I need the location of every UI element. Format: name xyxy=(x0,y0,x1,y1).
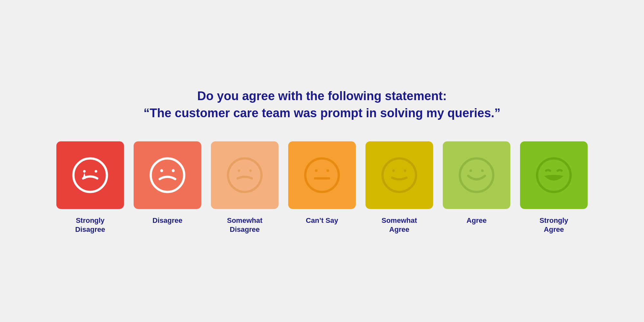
option-box-somewhat-disagree[interactable] xyxy=(211,141,279,209)
svg-point-17 xyxy=(469,169,472,172)
svg-point-5 xyxy=(172,169,175,172)
option-box-disagree[interactable] xyxy=(134,141,201,209)
svg-point-4 xyxy=(160,169,163,172)
svg-point-13 xyxy=(383,158,416,192)
question-line2: “The customer care team was prompt in so… xyxy=(144,105,501,122)
option-label-strongly-agree: Strongly Agree xyxy=(539,216,568,234)
svg-point-18 xyxy=(481,169,484,172)
question-block: Do you agree with the following statemen… xyxy=(144,88,501,122)
option-item-somewhat-disagree[interactable]: Somewhat Disagree xyxy=(209,141,280,234)
option-item-strongly-agree[interactable]: Strongly Agree xyxy=(518,141,589,234)
options-row: Strongly Disagree Disagree Somewhat Disa… xyxy=(55,141,589,234)
option-box-cant-say[interactable] xyxy=(288,141,356,209)
svg-point-10 xyxy=(315,169,317,172)
option-item-disagree[interactable]: Disagree xyxy=(132,141,203,225)
svg-point-11 xyxy=(327,169,329,172)
svg-point-14 xyxy=(392,169,395,172)
option-box-strongly-agree[interactable] xyxy=(520,141,588,209)
option-label-agree: Agree xyxy=(467,216,487,225)
option-item-strongly-disagree[interactable]: Strongly Disagree xyxy=(55,141,126,234)
option-box-somewhat-agree[interactable] xyxy=(365,141,433,209)
svg-point-15 xyxy=(404,169,406,172)
question-line1: Do you agree with the following statemen… xyxy=(144,88,501,105)
option-box-agree[interactable] xyxy=(443,141,510,209)
svg-point-3 xyxy=(151,158,184,192)
question-title: Do you agree with the following statemen… xyxy=(144,88,501,122)
svg-point-1 xyxy=(83,170,86,173)
svg-point-9 xyxy=(305,158,339,192)
option-box-strongly-disagree[interactable] xyxy=(56,141,124,209)
svg-point-16 xyxy=(460,158,493,192)
option-label-somewhat-agree: Somewhat Agree xyxy=(382,216,417,234)
option-label-cant-say: Can’t Say xyxy=(306,216,338,225)
option-item-agree[interactable]: Agree xyxy=(441,141,512,225)
option-label-somewhat-disagree: Somewhat Disagree xyxy=(227,216,262,234)
option-item-cant-say[interactable]: Can’t Say xyxy=(287,141,357,225)
option-item-somewhat-agree[interactable]: Somewhat Agree xyxy=(364,141,435,234)
svg-point-0 xyxy=(73,158,107,192)
svg-point-7 xyxy=(238,169,240,172)
svg-point-6 xyxy=(228,158,261,192)
option-label-strongly-disagree: Strongly Disagree xyxy=(75,216,105,234)
svg-point-2 xyxy=(95,170,97,173)
svg-point-8 xyxy=(249,169,252,172)
option-label-disagree: Disagree xyxy=(153,216,183,225)
